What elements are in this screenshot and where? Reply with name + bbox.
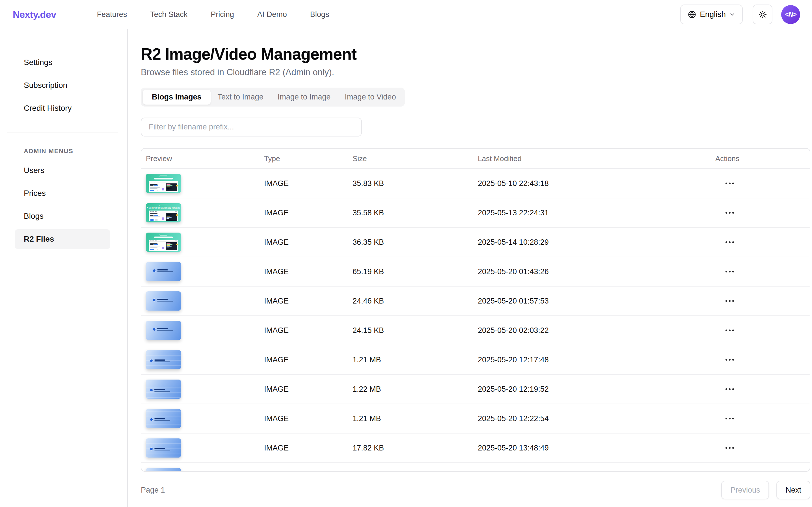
- page-title: R2 Image/Video Management: [141, 45, 812, 63]
- thumbnail-logo: [150, 418, 153, 421]
- nav-link-ai-demo[interactable]: AI Demo: [257, 10, 287, 19]
- thumbnail-logo: [150, 447, 153, 450]
- cell-size: 35.83 KB: [353, 179, 478, 188]
- row-actions-menu-button[interactable]: [724, 268, 810, 275]
- thumbnail-caption: A Modern Full-Stack SaaS Template: [146, 207, 181, 209]
- row-actions-menu-button[interactable]: [724, 386, 810, 393]
- sidebar-item-credit-history[interactable]: Credit History: [15, 98, 110, 118]
- table-row: IMAGE65.19 KB2025-05-20 01:43:26: [141, 257, 810, 287]
- cell-type: IMAGE: [264, 209, 353, 217]
- row-actions-menu-button[interactable]: [724, 327, 810, 334]
- sidebar: SettingsSubscriptionCredit History ADMIN…: [0, 29, 128, 507]
- cell-size: 24.15 KB: [353, 326, 478, 335]
- cell-type: IMAGE: [264, 267, 353, 276]
- logo[interactable]: Nexty.dev: [13, 9, 56, 20]
- row-actions-menu-button[interactable]: [724, 180, 810, 187]
- cell-type: IMAGE: [264, 444, 353, 452]
- column-header-size: Size: [353, 154, 478, 163]
- file-thumbnail: [146, 438, 181, 458]
- cell-type: IMAGE: [264, 326, 353, 335]
- cell-preview: [146, 262, 264, 281]
- cell-actions: [715, 444, 810, 452]
- file-thumbnail: [146, 468, 181, 472]
- cell-last-modified: 2025-05-13 22:24:31: [478, 209, 715, 217]
- cell-type: IMAGE: [264, 179, 353, 188]
- table-row: IMAGE1.22 MB2025-05-20 12:19:52: [141, 375, 810, 404]
- thumbnail-title-bar: [154, 236, 173, 238]
- cell-preview: [146, 174, 264, 193]
- tab-text-to-image[interactable]: Text to Image: [211, 90, 271, 105]
- main-content: R2 Image/Video Management Browse files s…: [128, 29, 812, 507]
- file-thumbnail: [146, 350, 181, 370]
- sidebar-divider: [7, 132, 118, 133]
- cell-actions: [715, 180, 810, 187]
- row-actions-menu-button[interactable]: [724, 238, 810, 246]
- cell-size: 35.58 KB: [353, 209, 478, 217]
- cell-last-modified: 2025-05-20 01:43:26: [478, 267, 715, 276]
- sidebar-item-prices[interactable]: Prices: [15, 183, 110, 203]
- cell-preview: [146, 438, 264, 458]
- row-actions-menu-button[interactable]: [724, 444, 810, 452]
- thumbnail-logo: [153, 269, 156, 272]
- column-header-preview: Preview: [146, 154, 264, 163]
- file-thumbnail: [146, 321, 181, 340]
- cell-size: 17.82 KB: [353, 444, 478, 452]
- sidebar-item-blogs[interactable]: Blogs: [15, 206, 110, 226]
- cell-preview: [146, 468, 264, 472]
- cell-actions: [715, 238, 810, 246]
- nav-link-tech-stack[interactable]: Tech Stack: [150, 10, 187, 19]
- language-selector[interactable]: English: [680, 4, 743, 24]
- sidebar-item-users[interactable]: Users: [15, 161, 110, 180]
- top-nav: Nexty.dev FeaturesTech StackPricingAI De…: [0, 0, 812, 29]
- nav-link-blogs[interactable]: Blogs: [310, 10, 329, 19]
- cell-size: 1.22 MB: [353, 385, 478, 394]
- cell-last-modified: 2025-05-20 12:19:52: [478, 385, 715, 394]
- column-header-actions: Actions: [715, 154, 810, 163]
- table-row-partial: [141, 463, 810, 472]
- cell-type: IMAGE: [264, 414, 353, 423]
- admin-menus-label: ADMIN MENUS: [24, 148, 127, 155]
- tab-image-to-image[interactable]: Image to Image: [271, 90, 338, 105]
- theme-toggle-button[interactable]: [753, 4, 772, 24]
- row-actions-menu-button[interactable]: [724, 209, 810, 217]
- previous-button[interactable]: Previous: [721, 481, 769, 499]
- main-nav: FeaturesTech StackPricingAI DemoBlogs: [97, 10, 329, 19]
- table-header: PreviewTypeSizeLast ModifiedActions: [141, 149, 810, 169]
- cell-size: 1.21 MB: [353, 355, 478, 364]
- sidebar-item-subscription[interactable]: Subscription: [15, 75, 110, 95]
- file-thumbnail: A Modern Full-Stack SaaS Template: [146, 203, 181, 222]
- column-header-last-modified: Last Modified: [478, 154, 715, 163]
- page-subtitle: Browse files stored in Cloudflare R2 (Ad…: [141, 67, 812, 77]
- cell-last-modified: 2025-05-20 01:57:53: [478, 297, 715, 305]
- table-row: IMAGE17.82 KB2025-05-20 13:48:49: [141, 434, 810, 463]
- globe-icon: [688, 10, 696, 19]
- sidebar-item-settings[interactable]: Settings: [15, 53, 110, 72]
- table-row: IMAGE1.21 MB2025-05-20 12:17:48: [141, 345, 810, 375]
- table-row: IMAGE1.21 MB2025-05-20 12:22:54: [141, 404, 810, 434]
- nav-link-features[interactable]: Features: [97, 10, 127, 19]
- tab-image-to-video[interactable]: Image to Video: [338, 90, 403, 105]
- nav-link-pricing[interactable]: Pricing: [211, 10, 234, 19]
- sidebar-item-r2-files[interactable]: R2 Files: [15, 229, 110, 249]
- cell-preview: [146, 291, 264, 311]
- avatar[interactable]: <N>: [781, 5, 800, 24]
- cell-preview: A Modern Full-Stack SaaS Template: [146, 203, 264, 222]
- file-thumbnail: [146, 291, 181, 311]
- row-actions-menu-button[interactable]: [724, 415, 810, 422]
- column-header-type: Type: [264, 154, 353, 163]
- cell-size: 24.46 KB: [353, 297, 478, 305]
- cell-last-modified: 2025-05-20 02:03:22: [478, 326, 715, 335]
- row-actions-menu-button[interactable]: [724, 297, 810, 305]
- thumbnail-logo: [153, 298, 156, 301]
- table-row: IMAGE36.35 KB2025-05-14 10:28:29: [141, 228, 810, 257]
- cell-last-modified: 2025-05-20 13:48:49: [478, 444, 715, 452]
- file-thumbnail: [146, 262, 181, 281]
- row-actions-menu-button[interactable]: [724, 356, 810, 363]
- tab-blogs-images[interactable]: Blogs Images: [143, 90, 211, 105]
- cell-last-modified: 2025-05-14 10:28:29: [478, 238, 715, 247]
- filter-input[interactable]: [141, 118, 362, 136]
- cell-actions: [715, 327, 810, 334]
- next-button[interactable]: Next: [776, 481, 810, 499]
- cell-actions: [715, 356, 810, 363]
- chevron-down-icon: [729, 11, 736, 17]
